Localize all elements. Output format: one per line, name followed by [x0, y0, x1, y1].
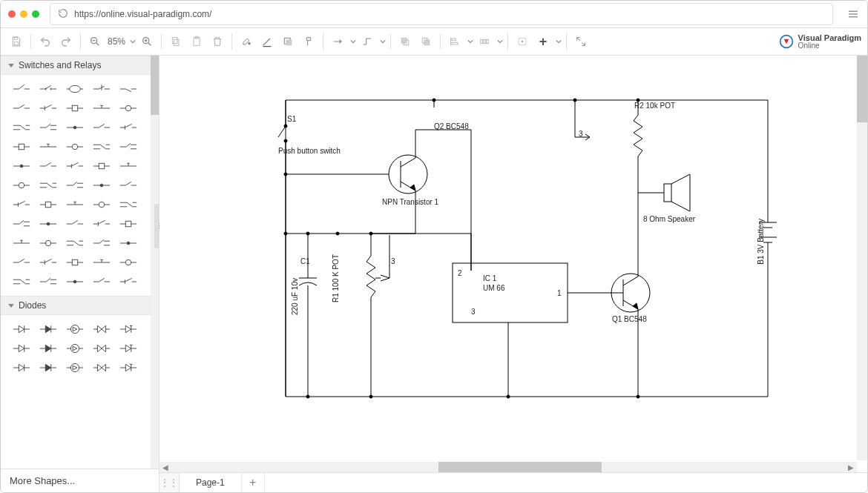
shape-item[interactable]	[115, 137, 142, 156]
scroll-left-icon[interactable]: ◀	[160, 463, 171, 472]
section-header[interactable]: Diodes	[1, 296, 159, 315]
paste-button[interactable]	[187, 32, 206, 51]
shape-item[interactable]	[8, 214, 35, 234]
sidebar-scrollbar-thumb[interactable]	[151, 56, 159, 115]
shape-item[interactable]	[8, 195, 35, 214]
delete-button[interactable]	[208, 32, 227, 51]
shape-item[interactable]	[115, 99, 142, 118]
add-dropdown-icon[interactable]	[556, 39, 562, 44]
add-shape-button[interactable]: +	[533, 32, 553, 51]
url-bar[interactable]: https://online.visual-paradigm.com/	[50, 3, 833, 25]
to-front-button[interactable]	[395, 32, 415, 51]
shape-item[interactable]	[35, 339, 62, 358]
shape-item[interactable]	[35, 320, 62, 339]
distribute-button[interactable]	[475, 32, 494, 51]
shape-item[interactable]	[8, 320, 35, 339]
shape-item[interactable]	[88, 195, 115, 214]
shadow-button[interactable]	[278, 32, 297, 51]
shape-item[interactable]	[115, 118, 142, 137]
canvas-scrollbar-vertical[interactable]	[857, 56, 867, 460]
shape-item[interactable]	[88, 272, 115, 291]
shape-item[interactable]	[62, 118, 88, 137]
shape-item[interactable]	[115, 79, 142, 99]
menu-icon[interactable]	[846, 7, 860, 21]
shape-item[interactable]	[8, 137, 35, 156]
shape-item[interactable]	[35, 118, 62, 137]
shape-item[interactable]	[115, 272, 142, 291]
shape-item[interactable]	[35, 272, 62, 291]
shape-item[interactable]	[88, 214, 115, 234]
shape-item[interactable]	[8, 176, 35, 195]
tab-grip-icon[interactable]: ⋮⋮	[160, 473, 180, 492]
canvas[interactable]: S1 Push button switch Q2 BC548 NPN Trans…	[160, 56, 867, 472]
shape-item[interactable]	[115, 339, 142, 358]
shape-item[interactable]	[115, 253, 142, 272]
shape-item[interactable]	[35, 79, 62, 99]
grid-button[interactable]	[513, 32, 532, 51]
zoom-out-button[interactable]	[85, 32, 105, 51]
shape-item[interactable]	[62, 234, 88, 253]
redo-button[interactable]	[56, 32, 76, 51]
canvas-scrollbar-v-thumb[interactable]	[857, 56, 867, 122]
shape-item[interactable]	[35, 234, 62, 253]
shape-item[interactable]	[62, 214, 88, 234]
shape-item[interactable]	[62, 253, 88, 272]
shape-item[interactable]	[88, 99, 115, 118]
sidebar-scrollbar[interactable]	[151, 56, 159, 469]
shape-item[interactable]	[88, 358, 115, 377]
minimize-window-icon[interactable]	[20, 10, 27, 18]
copy-button[interactable]	[166, 32, 185, 51]
shape-item[interactable]	[115, 358, 142, 377]
waypoint-dropdown-icon[interactable]	[380, 39, 386, 44]
connector-dropdown-icon[interactable]	[350, 39, 356, 44]
format-painter-button[interactable]	[299, 32, 318, 51]
align-button[interactable]	[445, 32, 464, 51]
shape-item[interactable]	[88, 320, 115, 339]
shape-item[interactable]	[35, 253, 62, 272]
shape-item[interactable]	[62, 320, 88, 339]
shape-item[interactable]	[35, 156, 62, 176]
expand-button[interactable]	[571, 32, 591, 51]
shape-item[interactable]	[8, 234, 35, 253]
shape-item[interactable]	[62, 339, 88, 358]
shape-item[interactable]	[62, 79, 88, 99]
shape-item[interactable]	[88, 137, 115, 156]
section-header[interactable]: Switches and Relays	[1, 56, 159, 75]
zoom-dropdown-icon[interactable]	[130, 39, 136, 44]
shape-item[interactable]	[8, 253, 35, 272]
canvas-scrollbar-h-thumb[interactable]	[438, 462, 602, 472]
connector-style-button[interactable]	[328, 32, 347, 51]
waypoint-button[interactable]	[358, 32, 377, 51]
shape-item[interactable]	[8, 272, 35, 291]
distribute-dropdown-icon[interactable]	[497, 39, 503, 44]
align-dropdown-icon[interactable]	[467, 39, 473, 44]
shape-item[interactable]	[35, 358, 62, 377]
shape-item[interactable]	[8, 358, 35, 377]
shape-item[interactable]	[62, 137, 88, 156]
shape-item[interactable]	[8, 156, 35, 176]
shape-item[interactable]	[115, 176, 142, 195]
shape-item[interactable]	[35, 214, 62, 234]
shape-item[interactable]	[88, 176, 115, 195]
shape-item[interactable]	[62, 156, 88, 176]
shape-item[interactable]	[8, 79, 35, 99]
shape-item[interactable]	[62, 358, 88, 377]
canvas-scrollbar-horizontal[interactable]: ◀ ▶	[160, 462, 857, 472]
shape-item[interactable]	[115, 156, 142, 176]
shape-item[interactable]	[88, 156, 115, 176]
fill-color-button[interactable]	[237, 32, 256, 51]
shape-item[interactable]	[88, 118, 115, 137]
shape-item[interactable]	[115, 214, 142, 234]
more-shapes-button[interactable]: More Shapes...	[1, 469, 159, 492]
shape-item[interactable]	[88, 79, 115, 99]
shape-item[interactable]	[115, 234, 142, 253]
zoom-value[interactable]: 85%	[106, 36, 127, 47]
save-button[interactable]	[7, 32, 26, 51]
shape-item[interactable]	[62, 176, 88, 195]
refresh-icon[interactable]	[58, 8, 68, 21]
shape-item[interactable]	[35, 137, 62, 156]
to-back-button[interactable]	[416, 32, 435, 51]
shape-item[interactable]	[8, 118, 35, 137]
close-window-icon[interactable]	[8, 10, 16, 18]
shape-item[interactable]	[35, 99, 62, 118]
